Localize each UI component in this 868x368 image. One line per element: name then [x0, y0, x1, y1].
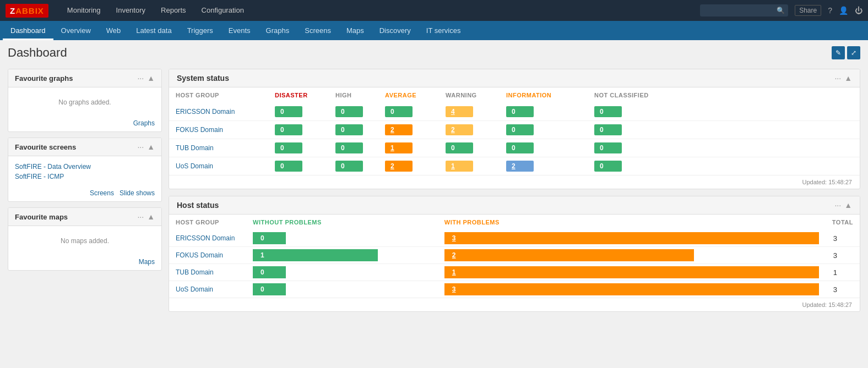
status-cell[interactable]: 1 [446, 161, 473, 172]
maps-menu-icon[interactable]: ··· [137, 212, 144, 221]
with-problems-bar[interactable]: 1 [444, 266, 819, 278]
th-host-group: HOST GROUP [169, 87, 268, 103]
nav-reports[interactable]: Reports [153, 0, 194, 21]
status-cell: 0 [335, 106, 363, 117]
subnav-screens[interactable]: Screens [297, 21, 339, 40]
hs-total-cell: 3 [826, 247, 860, 264]
hs-th-host-group: HOST GROUP [169, 215, 246, 230]
maps-link[interactable]: Maps [139, 258, 155, 266]
status-cell: 0 [594, 124, 622, 135]
th-not-classified: NOT CLASSIFIED [588, 87, 860, 103]
status-cell[interactable]: 2 [506, 161, 534, 172]
favourite-screens-title: Favourite screens [15, 143, 76, 151]
system-status-title: System status [177, 74, 229, 83]
status-cell[interactable]: 2 [385, 124, 413, 135]
host-status-table: HOST GROUP WITHOUT PROBLEMS WITH PROBLEM… [169, 215, 860, 298]
not-classified-cell: 0 [588, 103, 860, 121]
screens-collapse-icon[interactable]: ▲ [147, 142, 155, 151]
subnav-overview[interactable]: Overview [53, 21, 99, 40]
hs-host-group-link[interactable]: TUB Domain [176, 268, 214, 276]
subnav-latest-data[interactable]: Latest data [128, 21, 179, 40]
without-problems-bar: 0 [253, 283, 286, 295]
screens-link[interactable]: Screens [90, 189, 114, 197]
nav-configuration[interactable]: Configuration [194, 0, 252, 21]
host-group-link[interactable]: TUB Domain [176, 144, 214, 152]
with-problems-bar[interactable]: 2 [444, 249, 694, 261]
hs-with-problems-cell: 2 [438, 247, 826, 264]
screens-widget-controls: ··· ▲ [137, 142, 155, 151]
screen-link-0[interactable]: SoftFIRE - Data Overview [15, 162, 155, 172]
host-group-cell: ERICSSON Domain [169, 103, 268, 121]
system-status-widget: System status ··· ▲ HOST GROUP DISASTER … [169, 69, 860, 189]
th-disaster: DISASTER [268, 87, 329, 103]
subnav-triggers[interactable]: Triggers [180, 21, 221, 40]
table-row: FOKUS Domain 0 0 2 2 0 0 [169, 121, 860, 139]
graphs-link[interactable]: Graphs [133, 119, 155, 127]
warning-cell: 0 [439, 139, 500, 157]
favourite-maps-widget: Favourite maps ··· ▲ No maps added. Maps [8, 207, 162, 271]
host-group-link[interactable]: FOKUS Domain [176, 126, 223, 134]
hs-host-group-link[interactable]: FOKUS Domain [176, 251, 223, 259]
subnav-graphs[interactable]: Graphs [258, 21, 297, 40]
hs-th-total: TOTAL [826, 215, 860, 230]
disaster-cell: 0 [268, 157, 329, 175]
subnav-it-services[interactable]: IT services [419, 21, 469, 40]
subnav-maps[interactable]: Maps [339, 21, 372, 40]
th-information: INFORMATION [500, 87, 588, 103]
host-status-updated: Updated: 15:48:27 [169, 298, 860, 311]
favourite-screens-body: SoftFIRE - Data Overview SoftFIRE - ICMP [8, 156, 161, 187]
screens-menu-icon[interactable]: ··· [137, 142, 144, 151]
without-problems-bar: 0 [253, 266, 286, 278]
share-button[interactable]: Share [795, 5, 821, 16]
edit-dashboard-button[interactable]: ✎ [832, 46, 845, 59]
favourite-graphs-body: No graphs added. [8, 87, 161, 117]
maps-widget-controls: ··· ▲ [137, 212, 155, 221]
hs-th-with-problems: WITH PROBLEMS [438, 215, 826, 230]
table-row: TUB Domain 0 0 1 0 0 0 [169, 139, 860, 157]
host-status-title: Host status [177, 201, 219, 210]
status-cell[interactable]: 2 [385, 161, 413, 172]
hs-host-group-link[interactable]: ERICSSON Domain [176, 234, 235, 242]
power-icon[interactable]: ⏻ [855, 6, 862, 15]
maps-collapse-icon[interactable]: ▲ [147, 212, 155, 221]
with-problems-bar[interactable]: 3 [444, 283, 819, 295]
host-status-menu-icon[interactable]: ··· [834, 201, 841, 210]
status-cell[interactable]: 1 [385, 142, 413, 153]
status-cell[interactable]: 4 [446, 106, 473, 117]
widget-menu-icon[interactable]: ··· [137, 74, 144, 83]
page-title-icons: ✎ ⤢ [832, 46, 860, 59]
hs-host-group-cell: ERICSSON Domain [169, 230, 246, 247]
table-row: TUB Domain 0 1 1 [169, 264, 860, 281]
no-graphs-message: No graphs added. [15, 93, 155, 112]
hs-th-without-problems: WITHOUT PROBLEMS [246, 215, 438, 230]
fullscreen-button[interactable]: ⤢ [847, 46, 860, 59]
subnav-events[interactable]: Events [221, 21, 258, 40]
host-group-link[interactable]: UoS Domain [176, 162, 213, 170]
not-classified-cell: 0 [588, 121, 860, 139]
search-input[interactable] [700, 4, 788, 17]
subnav-discovery[interactable]: Discovery [372, 21, 419, 40]
hs-without-problems-cell: 0 [246, 281, 438, 298]
widget-collapse-icon[interactable]: ▲ [147, 74, 155, 83]
status-cell[interactable]: 2 [446, 124, 473, 135]
hs-host-group-link[interactable]: UoS Domain [176, 285, 213, 293]
host-status-collapse-icon[interactable]: ▲ [844, 201, 852, 210]
host-group-link[interactable]: ERICSSON Domain [176, 108, 235, 116]
system-status-menu-icon[interactable]: ··· [834, 74, 841, 83]
zabbix-logo: ZABBIX [6, 4, 48, 18]
slideshows-link[interactable]: Slide shows [120, 189, 155, 197]
user-icon[interactable]: 👤 [839, 6, 848, 15]
help-icon[interactable]: ? [828, 6, 832, 15]
subnav-web[interactable]: Web [99, 21, 129, 40]
host-group-cell: UoS Domain [169, 157, 268, 175]
with-problems-bar[interactable]: 3 [444, 232, 819, 244]
status-cell: 0 [506, 142, 534, 153]
disaster-cell: 0 [268, 139, 329, 157]
nav-inventory[interactable]: Inventory [109, 0, 153, 21]
top-nav-links: Monitoring Inventory Reports Configurati… [59, 0, 700, 21]
screen-link-1[interactable]: SoftFIRE - ICMP [15, 172, 155, 182]
nav-monitoring[interactable]: Monitoring [59, 0, 109, 21]
system-status-collapse-icon[interactable]: ▲ [844, 74, 852, 83]
hs-with-problems-cell: 3 [438, 281, 826, 298]
subnav-dashboard[interactable]: Dashboard [3, 21, 53, 40]
